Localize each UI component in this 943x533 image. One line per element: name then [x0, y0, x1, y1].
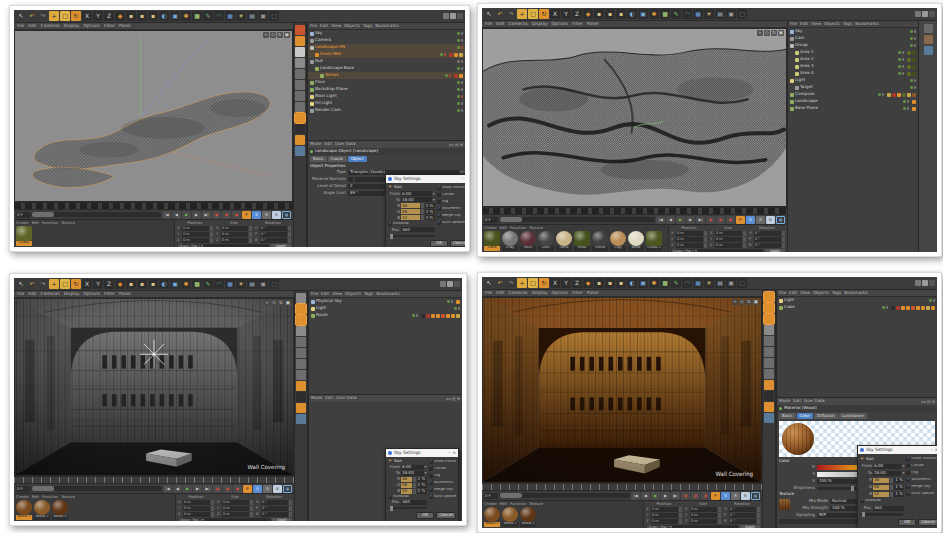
material-swatch[interactable]: Wood 1	[484, 507, 500, 527]
object-row[interactable]: Null	[308, 58, 465, 65]
solo-button[interactable]: ▦	[283, 485, 292, 493]
floating-dialog[interactable]: Sky Settings–×☀SunFrom6:00▾To18:00▾R361 …	[857, 445, 937, 528]
visibility-dots[interactable]	[910, 44, 916, 47]
object-menu-item[interactable]: File	[311, 292, 318, 296]
stepper[interactable]	[704, 231, 707, 236]
visibility-dot[interactable]	[457, 109, 460, 112]
rotate-view-icon[interactable]: ↻	[771, 30, 777, 36]
visibility-dots[interactable]	[878, 93, 884, 96]
visibility-dot[interactable]	[461, 95, 464, 98]
move-tool-icon[interactable]: +	[517, 278, 527, 288]
move-tool-icon[interactable]: +	[49, 279, 59, 289]
attr-header-icon[interactable]: ◂	[449, 143, 451, 147]
visibility-dot[interactable]	[454, 307, 457, 310]
scale-tool-icon[interactable]: □	[528, 9, 538, 19]
stepper[interactable]	[757, 513, 760, 518]
visibility-dots[interactable]	[454, 307, 460, 310]
texture-axis-icon[interactable]	[764, 380, 774, 390]
coord-value-field[interactable]: 0 °	[754, 231, 781, 236]
visibility-dot[interactable]	[898, 51, 901, 54]
attr-menu-item[interactable]: Mode	[310, 142, 321, 146]
object-menu-item[interactable]: Bookmarks	[855, 22, 878, 26]
polygons-mode-icon[interactable]	[296, 359, 306, 369]
dialog-value-field[interactable]: 58	[401, 483, 412, 488]
model-mode-icon[interactable]	[296, 293, 306, 303]
object-menu-item[interactable]: File	[779, 291, 786, 295]
display-mode-icon[interactable]: □	[269, 279, 279, 289]
object-menu-item[interactable]: Tags	[843, 22, 852, 26]
visibility-dots[interactable]	[898, 72, 904, 75]
record-keyframe-button[interactable]: ●	[213, 485, 222, 493]
tag-icon[interactable]	[926, 306, 930, 310]
object-row[interactable]: Sky	[308, 30, 465, 37]
visibility-dots[interactable]	[457, 88, 463, 91]
object-menu-item[interactable]: View	[331, 24, 341, 28]
goto-end-button[interactable]: ▶|	[202, 211, 211, 219]
object-row[interactable]: Area 1	[788, 49, 918, 56]
mograph-icon[interactable]: ▦	[693, 9, 703, 19]
visibility-dot[interactable]	[457, 81, 460, 84]
mograph-icon[interactable]: ▦	[225, 11, 235, 21]
stepper[interactable]	[289, 512, 292, 517]
material-menu-item[interactable]: Function	[42, 221, 58, 225]
tab-basic[interactable]: Basic	[310, 156, 327, 162]
scale-tool-icon[interactable]: □	[60, 279, 70, 289]
visibility-dots[interactable]	[910, 30, 916, 33]
visibility-dot[interactable]	[457, 60, 460, 63]
coord-system-icon[interactable]: ◆	[115, 11, 125, 21]
material-swatch[interactable]: Moss	[574, 231, 590, 251]
zoom-view-icon[interactable]: ◇	[270, 32, 276, 38]
sphere-icon[interactable]	[295, 124, 305, 134]
visibility-dot[interactable]	[457, 88, 460, 91]
visibility-dot[interactable]	[878, 93, 881, 96]
object-row[interactable]: Cam	[788, 35, 918, 42]
dialog-value-field[interactable]: 36	[401, 477, 412, 482]
visibility-dots[interactable]	[910, 86, 916, 89]
workplane-icon[interactable]	[295, 47, 305, 57]
visibility-dot[interactable]	[461, 60, 464, 63]
record-keyframe-button[interactable]: ●	[212, 211, 221, 219]
lock-y-icon[interactable]: ▪	[616, 9, 626, 19]
viewport-menu-item[interactable]: Panel	[587, 22, 599, 26]
material-menu-item[interactable]: Create	[484, 226, 497, 230]
select-arrow-icon[interactable]: ↖	[484, 9, 494, 19]
rotate-tool-icon[interactable]: ↻	[71, 279, 81, 289]
tab-coord[interactable]: Coord.	[328, 156, 347, 162]
record-keyframe-button[interactable]: ●	[681, 492, 690, 500]
key-param-button[interactable]: K	[272, 211, 281, 219]
goto-start-button[interactable]: |◀	[163, 485, 172, 493]
stepper[interactable]	[421, 215, 424, 220]
redo-icon[interactable]: ↷	[506, 278, 516, 288]
dialog-checkbox[interactable]: ✓	[429, 488, 433, 492]
cancel-button[interactable]: Cancel	[436, 512, 456, 519]
maximize-view-icon[interactable]: ▣	[753, 299, 759, 305]
rotate-view-icon[interactable]: ↻	[746, 299, 752, 305]
redo-icon[interactable]: ↷	[38, 11, 48, 21]
ok-button[interactable]: OK	[416, 512, 434, 519]
goto-end-button[interactable]: ▶|	[696, 216, 705, 224]
viewport-menu-item[interactable]: Cameras	[509, 291, 528, 295]
object-row[interactable]: Light	[777, 297, 937, 304]
goto-start-button[interactable]: |◀	[162, 211, 171, 219]
dialog-checkbox[interactable]: ✓	[429, 460, 433, 464]
y-axis-button[interactable]: Y	[561, 9, 571, 19]
attr-menu-item[interactable]: User Data	[336, 396, 356, 400]
viewport-menu-item[interactable]: Cameras	[41, 24, 60, 28]
viewport-menu-item[interactable]: Options	[551, 22, 568, 26]
viewport-menu-item[interactable]: File	[17, 292, 24, 296]
visibility-dot[interactable]	[898, 58, 901, 61]
viewport-menu-item[interactable]: Edit	[28, 24, 36, 28]
dialog-dropdown[interactable]: 18:00	[401, 471, 424, 476]
dialog-value-field[interactable]: 12	[401, 215, 420, 220]
visibility-dots[interactable]	[898, 65, 904, 68]
object-menu-item[interactable]: Edit	[320, 24, 328, 28]
timeline-slider-handle[interactable]	[32, 486, 54, 491]
key-rotation-button[interactable]: R	[756, 216, 765, 224]
coord-value-field[interactable]: 0 m	[183, 506, 210, 511]
dialog-checkbox[interactable]: ✓	[437, 186, 441, 190]
visibility-dots[interactable]	[929, 299, 935, 302]
frame-counter-field[interactable]: 0 F	[484, 217, 498, 223]
visibility-dot[interactable]	[914, 44, 917, 47]
solo-button[interactable]: ▦	[776, 216, 785, 224]
viewport[interactable]: Wall Covering+◇↻▣	[14, 298, 294, 476]
